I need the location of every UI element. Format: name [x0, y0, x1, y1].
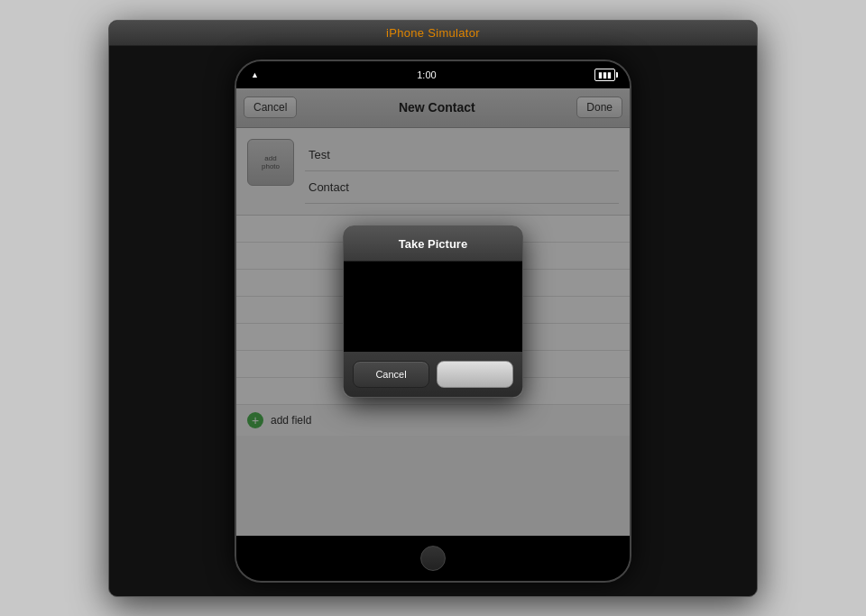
dialog-buttons: Cancel: [344, 352, 522, 397]
modal-overlay: Take Picture Cancel: [236, 88, 630, 536]
status-bar: ▲ 1:00 ▮▮▮: [236, 61, 630, 88]
ipad-frame: ▲ 1:00 ▮▮▮ Cancel New Contact Done: [235, 60, 631, 583]
home-button[interactable]: [420, 546, 446, 571]
dialog-use-button[interactable]: [437, 361, 513, 388]
camera-viewfinder: [344, 262, 522, 352]
ipad-bottom-bar: [236, 536, 630, 581]
dialog-title-bar: Take Picture: [344, 226, 522, 262]
main-content: ▲ 1:00 ▮▮▮ Cancel New Contact Done: [109, 46, 757, 596]
dialog-cancel-button[interactable]: Cancel: [353, 361, 429, 388]
take-picture-dialog: Take Picture Cancel: [343, 225, 523, 398]
battery-icon: ▮▮▮: [594, 69, 615, 81]
window-title: iPhone Simulator: [386, 26, 480, 40]
dialog-title: Take Picture: [399, 237, 467, 251]
title-bar: iPhone Simulator: [109, 21, 757, 46]
ipad-screen: Cancel New Contact Done add photo: [236, 88, 630, 536]
simulator-window: iPhone Simulator ▲ 1:00 ▮▮▮ Cancel New C…: [108, 20, 758, 597]
contacts-background: Cancel New Contact Done add photo: [236, 88, 630, 536]
wifi-icon: ▲: [251, 70, 259, 79]
status-time: 1:00: [417, 69, 436, 80]
